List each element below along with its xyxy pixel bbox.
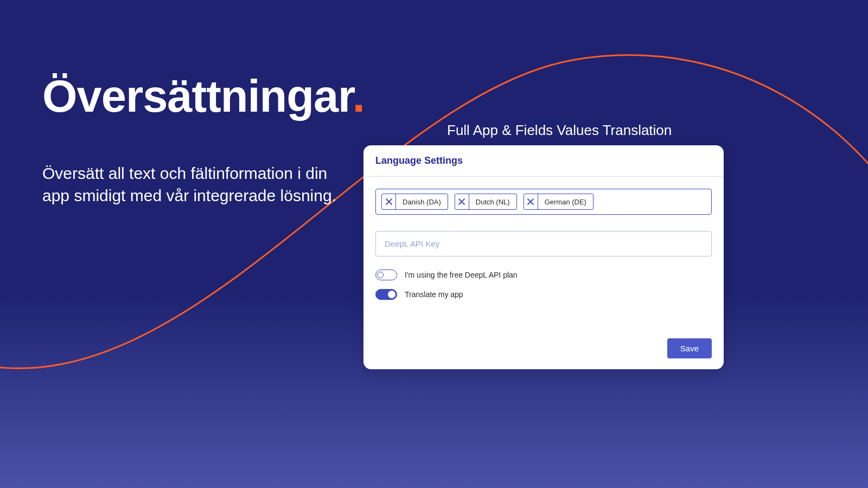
language-chip-label: German (DE)	[538, 194, 593, 209]
language-chip-dutch: Dutch (NL)	[455, 194, 517, 210]
panel-title: Language Settings	[375, 155, 712, 166]
hero-title: Översättningar.	[42, 70, 365, 123]
language-chip-label: Danish (DA)	[396, 194, 448, 209]
panel-caption: Full App & Fields Values Translation	[447, 122, 672, 139]
deepl-api-key-input[interactable]	[375, 231, 712, 256]
panel-body: Danish (DA) Dutch (NL) German (DE) I'm u…	[363, 177, 724, 312]
remove-language-icon[interactable]	[382, 194, 396, 209]
language-chip-label: Dutch (NL)	[469, 194, 516, 209]
translate-app-toggle[interactable]	[375, 289, 397, 300]
remove-language-icon[interactable]	[455, 194, 469, 209]
accent-dot: .	[353, 71, 365, 121]
save-button[interactable]: Save	[667, 338, 712, 358]
toggle-row-free-plan: I'm using the free DeepL API plan	[375, 269, 712, 280]
toggle-row-translate-app: Translate my app	[375, 289, 712, 300]
panel-footer: Save	[667, 338, 712, 358]
language-multiselect[interactable]: Danish (DA) Dutch (NL) German (DE)	[375, 189, 712, 215]
language-chip-german: German (DE)	[524, 194, 593, 210]
free-plan-toggle-label: I'm using the free DeepL API plan	[405, 271, 518, 279]
translate-app-toggle-label: Translate my app	[405, 290, 463, 299]
language-settings-panel: Language Settings Danish (DA) Dutch (NL)	[363, 145, 724, 369]
remove-language-icon[interactable]	[524, 194, 538, 209]
hero-subtitle: Översätt all text och fältinformation i …	[42, 163, 346, 207]
panel-header: Language Settings	[363, 145, 724, 177]
language-chip-danish: Danish (DA)	[381, 194, 448, 210]
free-plan-toggle[interactable]	[375, 269, 397, 280]
